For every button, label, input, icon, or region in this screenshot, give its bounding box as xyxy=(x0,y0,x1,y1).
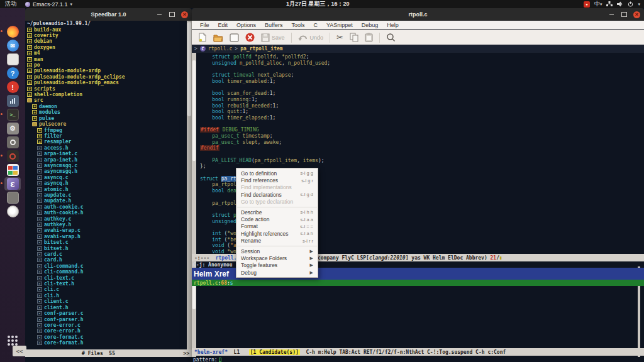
tree-label[interactable]: card.c xyxy=(44,251,62,257)
app-menu[interactable]: Emacs-27.1.1 ▾ xyxy=(25,1,72,8)
tree-label[interactable]: debian xyxy=(34,38,52,44)
code-line[interactable]: PA_LLIST_HEAD(pa_rtpoll_item, items); xyxy=(200,158,644,164)
expand-icon[interactable]: + xyxy=(27,45,32,50)
tree-folder-pulse[interactable]: +pulse xyxy=(25,116,192,121)
tree-file-cli-text.h[interactable]: ▸cli-text.h xyxy=(25,281,192,287)
tree-file-cli-text.c[interactable]: ▸cli-text.c xyxy=(25,275,192,280)
tree-label[interactable]: core-error.c xyxy=(44,322,80,328)
tree-label[interactable]: arpa-inet.c xyxy=(44,151,77,156)
tree-folder-doxygen[interactable]: +doxygen xyxy=(25,45,192,50)
tree-label[interactable]: asyncq.c xyxy=(44,175,69,180)
tree-file-card.c[interactable]: ▸card.c xyxy=(25,251,192,257)
code-line[interactable]: bool quit:1; xyxy=(200,109,644,115)
tree-label[interactable]: bitset.c xyxy=(44,239,69,245)
tree-folder-pulsecore[interactable]: pulsecore xyxy=(25,121,192,127)
tree-label[interactable]: doxygen xyxy=(34,45,55,50)
code-line[interactable]: bool timer_enabled:1; xyxy=(200,79,644,85)
tree-label[interactable]: shell-completion xyxy=(34,92,82,97)
code-line[interactable]: struct timeval next_elapse; xyxy=(200,72,644,79)
tree-file-avahi-wrap.c[interactable]: ▸avahi-wrap.c xyxy=(25,228,192,233)
scrollbar-thumb[interactable] xyxy=(187,22,191,116)
tree-folder-ffmpeg[interactable]: +ffmpeg xyxy=(25,127,192,133)
tree-label[interactable]: conf-parser.h xyxy=(44,317,84,322)
tree-file-authkey.c[interactable]: ▸authkey.c xyxy=(25,216,192,221)
menu-options[interactable]: Options xyxy=(233,21,260,29)
tree-label[interactable]: cli-text.c xyxy=(44,275,74,281)
emacs-left-scrollbar[interactable] xyxy=(192,53,196,357)
expand-icon[interactable]: + xyxy=(27,57,32,62)
tree-folder-filter[interactable]: +filter xyxy=(25,133,192,139)
tree-label[interactable]: arpa-inet.h xyxy=(44,157,77,163)
tree-file-aupdate.h[interactable]: ▸aupdate.h xyxy=(25,198,192,204)
tree-label[interactable]: scripts xyxy=(34,86,55,92)
tree-folder-shell-completion[interactable]: +shell-completion xyxy=(25,92,192,97)
tree-label[interactable]: avahi-wrap.h xyxy=(44,234,80,239)
tree-label[interactable]: resampler xyxy=(44,139,71,145)
tree-label[interactable]: core-format.c xyxy=(44,334,84,340)
tree-label[interactable]: conf-parser.c xyxy=(44,310,84,316)
expand-icon[interactable]: + xyxy=(32,104,37,109)
emacs-titlebar[interactable]: rtpoll.c xyxy=(192,8,644,21)
code-line[interactable]: bool running:1; xyxy=(200,97,644,103)
tree-label[interactable]: auth-cookie.c xyxy=(44,204,84,210)
maximize-button[interactable] xyxy=(169,11,175,18)
tree-file-cli.c[interactable]: ▸cli.c xyxy=(25,287,192,292)
tree-folder-pulseaudio-module-xrdp_emacs[interactable]: +pulseaudio-module-xrdp_emacs xyxy=(25,80,192,85)
tree-folder-src[interactable]: src xyxy=(25,97,192,103)
tree-folder-m4[interactable]: +m4 xyxy=(25,50,192,56)
close-button[interactable] xyxy=(633,11,640,18)
menu-item-format[interactable]: Formats-l = = xyxy=(236,223,318,230)
code-line[interactable]: bool scan_for_dead:1; xyxy=(200,90,644,97)
system-menu-chevron-icon[interactable]: ▾ xyxy=(638,2,640,7)
tree-label[interactable]: cli.h xyxy=(44,293,59,299)
expand-icon[interactable]: + xyxy=(32,110,37,114)
code-line[interactable]: bool rebuild_needed:1; xyxy=(200,103,644,109)
tree-label[interactable]: cli.c xyxy=(44,287,59,292)
menu-item-toggle-features[interactable]: Toggle features▶ xyxy=(236,262,318,269)
tree-label[interactable]: client.h xyxy=(44,305,69,310)
minimize-button[interactable] xyxy=(608,11,615,18)
tree-file-core-format.h[interactable]: ▸core-format.h xyxy=(25,340,192,346)
menu-debug[interactable]: Debug xyxy=(358,21,382,29)
dock-item-extensions[interactable] xyxy=(4,163,21,177)
network-icon[interactable] xyxy=(606,1,613,7)
tree-label[interactable]: auth-cookie.h xyxy=(44,210,84,216)
tree-file-core-error.c[interactable]: ▸core-error.c xyxy=(25,322,192,328)
expand-icon[interactable]: + xyxy=(27,87,32,91)
menu-item-rename[interactable]: Renames-l r r xyxy=(236,238,318,244)
tree-file-asyncmsgq.c[interactable]: ▸asyncmsgq.c xyxy=(25,163,192,168)
tree-label[interactable]: access.h xyxy=(44,145,69,151)
tree-file-cli.h[interactable]: ▸cli.h xyxy=(25,293,192,299)
close-buffer-button[interactable] xyxy=(245,33,255,42)
minimize-button[interactable] xyxy=(156,11,163,18)
menu-edit[interactable]: Edit xyxy=(214,21,232,29)
volume-icon[interactable] xyxy=(617,1,623,7)
tree-label[interactable]: cli-text.h xyxy=(44,281,74,287)
menu-item-session[interactable]: Session▶ xyxy=(236,248,318,255)
tree-file-bitset.c[interactable]: ▸bitset.c xyxy=(25,239,192,245)
undo-button[interactable]: Undo xyxy=(298,34,324,41)
tree-folder-scripts[interactable]: +scripts xyxy=(25,85,192,91)
dock-item-archive[interactable] xyxy=(4,191,21,204)
search-button[interactable] xyxy=(386,33,396,42)
expand-icon[interactable]: + xyxy=(27,51,32,55)
tree-label[interactable]: daemon xyxy=(39,104,57,109)
tree-file-authkey.h[interactable]: ▸authkey.h xyxy=(25,222,192,228)
tree-file-bitset.h[interactable]: ▸bitset.h xyxy=(25,245,192,251)
tree-file-atomic.h[interactable]: ▸atomic.h xyxy=(25,186,192,192)
tree-file-arpa-inet.c[interactable]: ▸arpa-inet.c xyxy=(25,151,192,156)
tree-file-cli-command.h[interactable]: ▸cli-command.h xyxy=(25,269,192,275)
tree-label[interactable]: atomic.h xyxy=(44,187,69,192)
code-line[interactable]: struct pollfd *pollfd, *pollfd2; xyxy=(200,54,644,60)
tree-folder-coverity[interactable]: +coverity xyxy=(25,33,192,38)
code-line[interactable] xyxy=(200,151,644,158)
tree-file-client.h[interactable]: ▸client.h xyxy=(25,305,192,310)
tree-label[interactable]: pulseaudio-module-xrdp_eclipse xyxy=(34,74,125,80)
tree-file-core-error.h[interactable]: ▸core-error.h xyxy=(25,328,192,334)
expand-icon[interactable]: + xyxy=(27,92,32,97)
tree-label[interactable]: client.c xyxy=(44,299,69,304)
tree-label[interactable]: core-format.h xyxy=(44,340,84,346)
dock-item-screenshot[interactable] xyxy=(4,136,21,149)
dock-item-help[interactable]: ? xyxy=(4,67,21,80)
tree-label[interactable]: pulseaudio-module-xrdp xyxy=(34,68,101,74)
